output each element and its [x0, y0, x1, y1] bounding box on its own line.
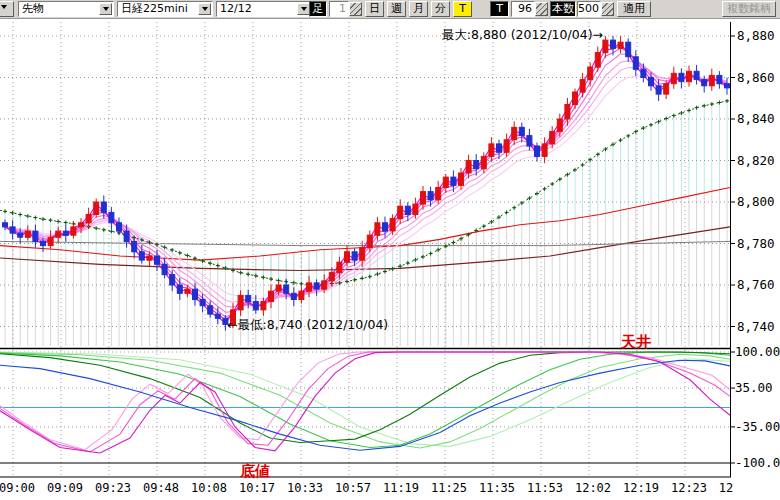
period-month-button[interactable]: 月	[409, 1, 428, 17]
period-week-button[interactable]: 週	[387, 1, 406, 17]
time-tick-label: 10:17	[239, 481, 275, 495]
time-tick-label: 11:35	[479, 481, 515, 495]
chevron-down-icon[interactable]	[198, 3, 211, 15]
time-tick-label: 12	[719, 481, 733, 495]
period-day-button[interactable]: 日	[365, 1, 384, 17]
time-tick-label: 10:33	[287, 481, 323, 495]
time-tick-label: 09:23	[95, 481, 131, 495]
price-tick-label: 8,760	[737, 277, 775, 292]
toolbar: 先物 日経225mini 12/12 足 1 日 週 月 分 T T 96 本数…	[0, 0, 780, 19]
interval-input[interactable]: 1	[329, 1, 349, 17]
instrument-type-value: 先物	[22, 2, 44, 15]
chevron-down-icon[interactable]	[99, 3, 112, 15]
bottom-label: 底値	[239, 462, 270, 480]
ceiling-label: 天井	[620, 333, 651, 351]
contract-month-value: 12/12	[220, 2, 252, 15]
bar-count-label: 本数	[550, 1, 576, 17]
partial-dropdown-button[interactable]	[0, 1, 14, 17]
tick-label: T	[490, 1, 509, 17]
price-tick-label: 8,820	[737, 153, 775, 168]
time-tick-label: 09:48	[143, 481, 179, 495]
interval-spinner-icon[interactable]	[349, 2, 362, 16]
chevron-down-icon	[1, 5, 7, 12]
time-tick-label: 11:19	[383, 481, 419, 495]
max-annotation: 最大:8,880 (2012/10/04)→	[442, 27, 603, 42]
chart-root: 8,8808,8608,8408,8208,8008,7808,7608,740…	[0, 0, 780, 500]
time-tick-label: 11:53	[527, 481, 563, 495]
bar-count-input[interactable]: 500	[577, 1, 601, 17]
bar-count-spinner-icon[interactable]	[601, 2, 614, 16]
bar-type-button[interactable]: 足	[309, 1, 327, 17]
time-tick-label: 12:23	[671, 481, 707, 495]
time-tick-label: 11:25	[431, 481, 467, 495]
price-tick-label: 8,840	[737, 111, 775, 126]
chart-canvas[interactable]: 8,8808,8608,8408,8208,8008,7808,7608,740…	[0, 0, 780, 500]
oscillator-tick-label: -100.00	[735, 455, 780, 470]
time-tick-label: 12:02	[575, 481, 611, 495]
time-tick-label: 10:57	[335, 481, 371, 495]
instrument-select[interactable]: 日経225mini	[117, 1, 213, 17]
oscillator-tick-label: 35.00	[735, 380, 773, 395]
price-tick-label: 8,780	[737, 236, 775, 251]
apply-button[interactable]: 適用	[617, 1, 651, 17]
oscillator-tick-label: -35.00	[735, 419, 780, 434]
price-tick-label: 8,740	[737, 319, 775, 334]
tick-mode-button[interactable]: T	[453, 1, 472, 17]
instrument-value: 日経225mini	[121, 2, 188, 15]
time-tick-label: 09:00	[0, 481, 35, 495]
oscillator-tick-label: 100.00	[735, 344, 780, 359]
price-tick-label: 8,880	[737, 28, 775, 43]
time-tick-label: 09:09	[47, 481, 83, 495]
time-tick-label: 10:08	[191, 481, 227, 495]
tick-count-input[interactable]: 96	[511, 1, 535, 17]
contract-month-select[interactable]: 12/12	[216, 1, 312, 17]
frame-layer	[0, 22, 731, 477]
price-tick-label: 8,860	[737, 70, 775, 85]
min-annotation: ←最低:8,740 (2012/10/04)	[227, 317, 388, 332]
multi-symbol-button[interactable]: 複数銘柄	[722, 1, 776, 17]
tick-count-spinner-icon[interactable]	[535, 2, 548, 16]
time-tick-label: 12:19	[623, 481, 659, 495]
instrument-type-select[interactable]: 先物	[18, 1, 114, 17]
period-minute-button[interactable]: 分	[431, 1, 450, 17]
price-tick-label: 8,800	[737, 194, 775, 209]
ma-ribbon-layer	[5, 43, 727, 323]
